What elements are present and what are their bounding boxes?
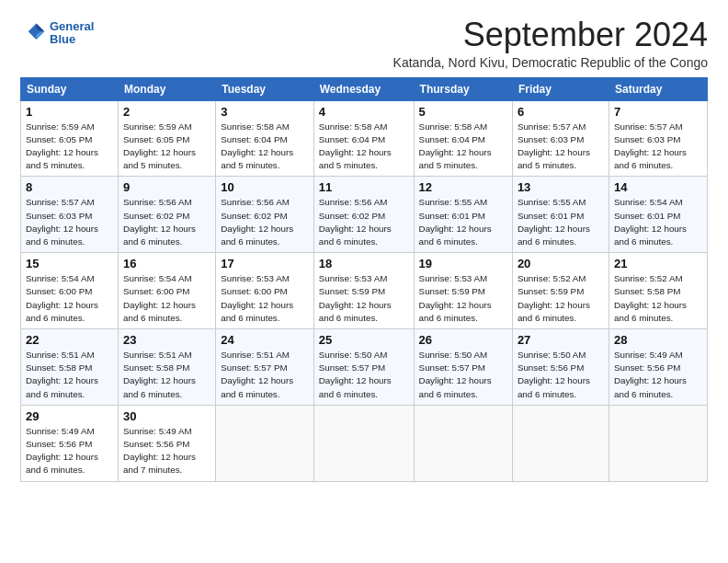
day-info: Sunrise: 5:49 AMSunset: 5:56 PMDaylight:…	[614, 349, 702, 401]
week-row-5: 29Sunrise: 5:49 AMSunset: 5:56 PMDayligh…	[21, 405, 708, 481]
day-cell: 28Sunrise: 5:49 AMSunset: 5:56 PMDayligh…	[609, 329, 707, 406]
day-cell: 7Sunrise: 5:57 AMSunset: 6:03 PMDaylight…	[609, 100, 707, 177]
day-cell: 26Sunrise: 5:50 AMSunset: 5:57 PMDayligh…	[414, 329, 512, 406]
day-number: 12	[419, 180, 507, 194]
day-cell: 18Sunrise: 5:53 AMSunset: 5:59 PMDayligh…	[313, 253, 414, 329]
day-info: Sunrise: 5:58 AMSunset: 6:04 PMDaylight:…	[221, 121, 309, 173]
day-number: 24	[221, 333, 309, 347]
day-cell: 24Sunrise: 5:51 AMSunset: 5:57 PMDayligh…	[216, 329, 314, 406]
day-cell: 5Sunrise: 5:58 AMSunset: 6:04 PMDaylight…	[414, 100, 512, 177]
day-info: Sunrise: 5:49 AMSunset: 5:56 PMDaylight:…	[123, 425, 210, 477]
day-cell: 10Sunrise: 5:56 AMSunset: 6:02 PMDayligh…	[216, 177, 314, 253]
day-number: 14	[614, 180, 702, 194]
header-cell-wednesday: Wednesday	[313, 77, 414, 100]
day-cell: 1Sunrise: 5:59 AMSunset: 6:05 PMDaylight…	[21, 100, 119, 177]
day-number: 30	[123, 409, 210, 423]
day-info: Sunrise: 5:50 AMSunset: 5:56 PMDaylight:…	[518, 349, 604, 401]
header-cell-monday: Monday	[118, 77, 215, 100]
day-cell: 6Sunrise: 5:57 AMSunset: 6:03 PMDaylight…	[512, 100, 609, 177]
day-info: Sunrise: 5:49 AMSunset: 5:56 PMDaylight:…	[26, 425, 113, 477]
day-number: 26	[419, 333, 507, 347]
logo-icon	[20, 20, 46, 46]
header-row: SundayMondayTuesdayWednesdayThursdayFrid…	[21, 77, 708, 100]
day-info: Sunrise: 5:55 AMSunset: 6:01 PMDaylight:…	[419, 196, 507, 248]
day-info: Sunrise: 5:56 AMSunset: 6:02 PMDaylight:…	[221, 196, 309, 248]
day-number: 11	[319, 180, 409, 194]
day-info: Sunrise: 5:57 AMSunset: 6:03 PMDaylight:…	[518, 121, 604, 173]
title-block: September 2024 Katanda, Nord Kivu, Democ…	[393, 17, 708, 70]
day-info: Sunrise: 5:50 AMSunset: 5:57 PMDaylight:…	[319, 349, 409, 401]
day-number: 4	[319, 105, 409, 119]
day-info: Sunrise: 5:56 AMSunset: 6:02 PMDaylight:…	[319, 196, 409, 248]
day-cell: 11Sunrise: 5:56 AMSunset: 6:02 PMDayligh…	[313, 177, 414, 253]
header-cell-sunday: Sunday	[21, 77, 119, 100]
day-cell: 23Sunrise: 5:51 AMSunset: 5:58 PMDayligh…	[118, 329, 215, 406]
header-cell-friday: Friday	[512, 77, 609, 100]
day-number: 7	[614, 105, 702, 119]
header-cell-thursday: Thursday	[414, 77, 512, 100]
calendar: SundayMondayTuesdayWednesdayThursdayFrid…	[20, 77, 708, 482]
day-cell: 22Sunrise: 5:51 AMSunset: 5:58 PMDayligh…	[21, 329, 119, 406]
day-cell: 15Sunrise: 5:54 AMSunset: 6:00 PMDayligh…	[21, 253, 119, 329]
day-cell: 29Sunrise: 5:49 AMSunset: 5:56 PMDayligh…	[21, 405, 119, 481]
day-info: Sunrise: 5:56 AMSunset: 6:02 PMDaylight:…	[123, 196, 210, 248]
day-cell: 14Sunrise: 5:54 AMSunset: 6:01 PMDayligh…	[609, 177, 707, 253]
day-info: Sunrise: 5:53 AMSunset: 5:59 PMDaylight:…	[319, 272, 409, 325]
week-row-3: 15Sunrise: 5:54 AMSunset: 6:00 PMDayligh…	[21, 253, 708, 329]
day-info: Sunrise: 5:50 AMSunset: 5:57 PMDaylight:…	[419, 349, 507, 401]
day-cell: 8Sunrise: 5:57 AMSunset: 6:03 PMDaylight…	[21, 177, 119, 253]
day-cell: 16Sunrise: 5:54 AMSunset: 6:00 PMDayligh…	[118, 253, 215, 329]
day-cell: 13Sunrise: 5:55 AMSunset: 6:01 PMDayligh…	[512, 177, 609, 253]
week-row-1: 1Sunrise: 5:59 AMSunset: 6:05 PMDaylight…	[21, 100, 708, 177]
day-number: 8	[26, 180, 113, 194]
day-cell	[313, 405, 414, 481]
page: General Blue September 2024 Katanda, Nor…	[0, 0, 728, 491]
day-number: 28	[614, 333, 702, 347]
month-title: September 2024	[393, 17, 708, 53]
day-info: Sunrise: 5:57 AMSunset: 6:03 PMDaylight:…	[26, 196, 113, 248]
day-number: 25	[319, 333, 409, 347]
day-number: 27	[518, 333, 604, 347]
day-info: Sunrise: 5:53 AMSunset: 6:00 PMDaylight:…	[221, 272, 309, 325]
day-cell: 3Sunrise: 5:58 AMSunset: 6:04 PMDaylight…	[216, 100, 314, 177]
day-info: Sunrise: 5:54 AMSunset: 6:01 PMDaylight:…	[614, 196, 702, 248]
day-info: Sunrise: 5:58 AMSunset: 6:04 PMDaylight:…	[419, 121, 507, 173]
day-info: Sunrise: 5:59 AMSunset: 6:05 PMDaylight:…	[26, 121, 113, 173]
day-number: 17	[221, 257, 309, 270]
day-info: Sunrise: 5:55 AMSunset: 6:01 PMDaylight:…	[518, 196, 604, 248]
day-number: 20	[518, 257, 604, 270]
day-number: 3	[221, 105, 309, 119]
day-number: 16	[123, 257, 210, 270]
day-number: 23	[123, 333, 210, 347]
day-number: 19	[419, 257, 507, 270]
day-number: 15	[26, 257, 113, 270]
day-info: Sunrise: 5:54 AMSunset: 6:00 PMDaylight:…	[26, 272, 113, 325]
day-cell: 4Sunrise: 5:58 AMSunset: 6:04 PMDaylight…	[313, 100, 414, 177]
day-info: Sunrise: 5:53 AMSunset: 5:59 PMDaylight:…	[419, 272, 507, 325]
day-number: 21	[614, 257, 702, 270]
header-cell-tuesday: Tuesday	[216, 77, 314, 100]
day-number: 10	[221, 180, 309, 194]
day-number: 18	[319, 257, 409, 270]
day-cell: 19Sunrise: 5:53 AMSunset: 5:59 PMDayligh…	[414, 253, 512, 329]
logo-text: General Blue	[50, 20, 94, 47]
day-cell	[216, 405, 314, 481]
day-number: 13	[518, 180, 604, 194]
day-cell: 27Sunrise: 5:50 AMSunset: 5:56 PMDayligh…	[512, 329, 609, 406]
day-number: 1	[26, 105, 113, 119]
day-number: 22	[26, 333, 113, 347]
week-row-2: 8Sunrise: 5:57 AMSunset: 6:03 PMDaylight…	[21, 177, 708, 253]
day-cell: 17Sunrise: 5:53 AMSunset: 6:00 PMDayligh…	[216, 253, 314, 329]
header: General Blue September 2024 Katanda, Nor…	[20, 17, 708, 70]
day-info: Sunrise: 5:58 AMSunset: 6:04 PMDaylight:…	[319, 121, 409, 173]
day-cell: 30Sunrise: 5:49 AMSunset: 5:56 PMDayligh…	[118, 405, 215, 481]
day-cell: 2Sunrise: 5:59 AMSunset: 6:05 PMDaylight…	[118, 100, 215, 177]
day-cell	[609, 405, 707, 481]
week-row-4: 22Sunrise: 5:51 AMSunset: 5:58 PMDayligh…	[21, 329, 708, 406]
day-info: Sunrise: 5:52 AMSunset: 5:58 PMDaylight:…	[614, 272, 702, 325]
day-info: Sunrise: 5:57 AMSunset: 6:03 PMDaylight:…	[614, 121, 702, 173]
day-cell: 20Sunrise: 5:52 AMSunset: 5:59 PMDayligh…	[512, 253, 609, 329]
day-number: 29	[26, 409, 113, 423]
day-number: 9	[123, 180, 210, 194]
day-info: Sunrise: 5:54 AMSunset: 6:00 PMDaylight:…	[123, 272, 210, 325]
